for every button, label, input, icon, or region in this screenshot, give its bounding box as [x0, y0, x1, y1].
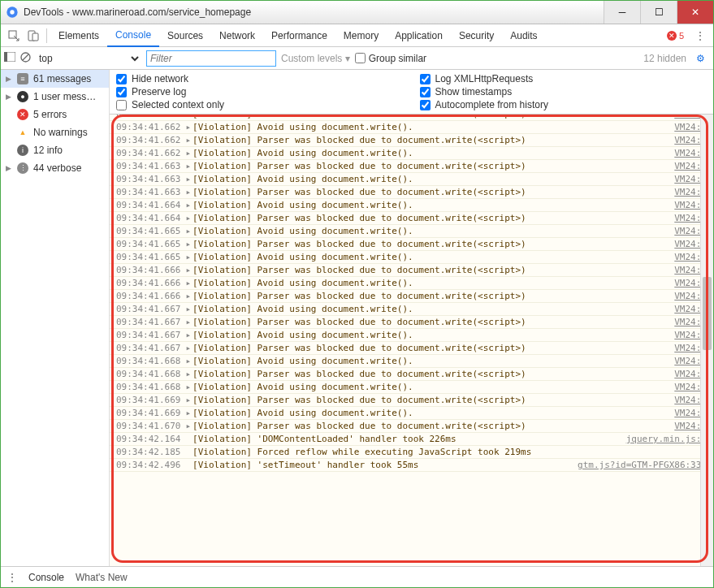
console-settings-panel: Hide network Log XMLHttpRequests Preserv…	[110, 70, 713, 115]
console-toolbar: top Custom levels ▾ Group similar 12 hid…	[1, 47, 713, 70]
filter-input[interactable]	[146, 50, 276, 67]
log-row[interactable]: 09:34:41.661▸[Violation] Parser was bloc…	[110, 115, 713, 121]
log-row[interactable]: 09:34:41.665▸[Violation] Avoid using doc…	[110, 251, 713, 264]
group-similar-checkbox[interactable]: Group similar	[355, 53, 426, 64]
log-row[interactable]: 09:34:41.663▸[Violation] Parser was bloc…	[110, 160, 713, 173]
console-sidebar: ▶≡61 messages▶●1 user mess…✕5 errors▲No …	[1, 70, 110, 566]
tab-audits[interactable]: Audits	[502, 24, 545, 47]
sidebar-item[interactable]: ✕5 errors	[1, 106, 109, 123]
log-row[interactable]: 09:34:41.668▸[Violation] Avoid using doc…	[110, 355, 713, 368]
log-row[interactable]: 09:34:41.665▸[Violation] Parser was bloc…	[110, 238, 713, 251]
window-titlebar: DevTools - www.marineroad.com/service_ho…	[1, 1, 713, 24]
tab-security[interactable]: Security	[451, 24, 502, 47]
show-timestamps-checkbox[interactable]: Show timestamps	[420, 86, 708, 97]
tab-elements[interactable]: Elements	[50, 24, 107, 47]
log-row[interactable]: 09:34:41.668▸[Violation] Avoid using doc…	[110, 381, 713, 394]
log-row[interactable]: 09:34:41.669▸[Violation] Avoid using doc…	[110, 407, 713, 420]
divider	[46, 28, 47, 43]
drawer-tab-whatsnew[interactable]: What's New	[76, 572, 128, 583]
error-count-badge[interactable]: ✕5	[667, 31, 684, 41]
device-toggle-icon[interactable]	[24, 26, 43, 45]
sidebar-toggle-icon[interactable]	[4, 52, 15, 64]
clear-console-icon[interactable]	[20, 52, 31, 65]
drawer-tab-console[interactable]: Console	[28, 572, 64, 583]
log-row[interactable]: 09:34:41.670▸[Violation] Parser was bloc…	[110, 420, 713, 433]
svg-rect-6	[4, 52, 7, 62]
gear-icon[interactable]: ⚙	[691, 53, 710, 64]
log-row[interactable]: 09:34:41.666▸[Violation] Parser was bloc…	[110, 290, 713, 303]
chrome-icon	[6, 6, 19, 19]
log-row[interactable]: 09:34:41.666▸[Violation] Avoid using doc…	[110, 277, 713, 290]
log-row[interactable]: 09:34:42.164 [Violation] 'DOMContentLoad…	[110, 433, 713, 446]
svg-point-1	[10, 10, 14, 14]
log-row[interactable]: 09:34:41.664▸[Violation] Parser was bloc…	[110, 212, 713, 225]
sidebar-item[interactable]: ▲No warnings	[1, 123, 109, 141]
log-row[interactable]: 09:34:41.666▸[Violation] Parser was bloc…	[110, 264, 713, 277]
log-row[interactable]: 09:34:41.667▸[Violation] Avoid using doc…	[110, 303, 713, 316]
more-icon[interactable]: ⋮	[690, 26, 710, 45]
log-row[interactable]: 09:34:41.664▸[Violation] Avoid using doc…	[110, 199, 713, 212]
log-row[interactable]: 09:34:41.667▸[Violation] Parser was bloc…	[110, 342, 713, 355]
maximize-button[interactable]: ☐	[640, 1, 677, 24]
log-row[interactable]: 09:34:41.665▸[Violation] Avoid using doc…	[110, 225, 713, 238]
log-row[interactable]: 09:34:41.668▸[Violation] Parser was bloc…	[110, 368, 713, 381]
tab-network[interactable]: Network	[211, 24, 263, 47]
scrollbar[interactable]	[700, 115, 713, 566]
svg-line-8	[23, 54, 28, 60]
context-selector[interactable]: top	[36, 52, 141, 65]
tab-sources[interactable]: Sources	[159, 24, 211, 47]
selected-context-checkbox[interactable]: Selected context only	[116, 99, 404, 110]
hide-network-checkbox[interactable]: Hide network	[116, 73, 404, 84]
log-row[interactable]: 09:34:41.669▸[Violation] Parser was bloc…	[110, 394, 713, 407]
log-row[interactable]: 09:34:41.667▸[Violation] Avoid using doc…	[110, 329, 713, 342]
drawer-tabs: ⋮ Console What's New	[1, 566, 713, 587]
tab-memory[interactable]: Memory	[335, 24, 387, 47]
log-xhr-checkbox[interactable]: Log XMLHttpRequests	[420, 73, 708, 84]
sidebar-item[interactable]: ▶≡61 messages	[1, 70, 109, 88]
log-row[interactable]: 09:34:42.496 [Violation] 'setTimeout' ha…	[110, 459, 713, 472]
sidebar-item[interactable]: i12 info	[1, 141, 109, 159]
log-row[interactable]: 09:34:41.667▸[Violation] Parser was bloc…	[110, 316, 713, 329]
hidden-count[interactable]: 12 hidden	[643, 53, 686, 64]
svg-rect-4	[32, 33, 38, 41]
log-row[interactable]: 09:34:41.662▸[Violation] Parser was bloc…	[110, 134, 713, 147]
sidebar-item[interactable]: ▶●1 user mess…	[1, 88, 109, 106]
log-row[interactable]: 09:34:41.662▸[Violation] Avoid using doc…	[110, 147, 713, 160]
tab-application[interactable]: Application	[387, 24, 451, 47]
window-title: DevTools - www.marineroad.com/service_ho…	[24, 6, 604, 18]
inspect-icon[interactable]	[4, 26, 24, 45]
tab-console[interactable]: Console	[107, 24, 159, 47]
console-log-area[interactable]: 09:34:41.661▸[Violation] Parser was bloc…	[110, 115, 713, 566]
close-button[interactable]: ✕	[677, 1, 713, 24]
log-row[interactable]: 09:34:41.663▸[Violation] Avoid using doc…	[110, 173, 713, 186]
levels-dropdown[interactable]: Custom levels ▾	[281, 53, 350, 64]
minimize-button[interactable]: ─	[604, 1, 640, 24]
log-row[interactable]: 09:34:41.663▸[Violation] Parser was bloc…	[110, 186, 713, 199]
preserve-log-checkbox[interactable]: Preserve log	[116, 86, 404, 97]
sidebar-item[interactable]: ▶⋮44 verbose	[1, 159, 109, 177]
log-row[interactable]: 09:34:41.662▸[Violation] Avoid using doc…	[110, 121, 713, 134]
autocomplete-checkbox[interactable]: Autocomplete from history	[420, 99, 708, 110]
drawer-menu-icon[interactable]: ⋮	[7, 572, 17, 583]
log-row[interactable]: 09:34:42.185 [Violation] Forced reflow w…	[110, 446, 713, 459]
tab-performance[interactable]: Performance	[263, 24, 335, 47]
devtools-tabs: ElementsConsoleSourcesNetworkPerformance…	[1, 24, 713, 47]
